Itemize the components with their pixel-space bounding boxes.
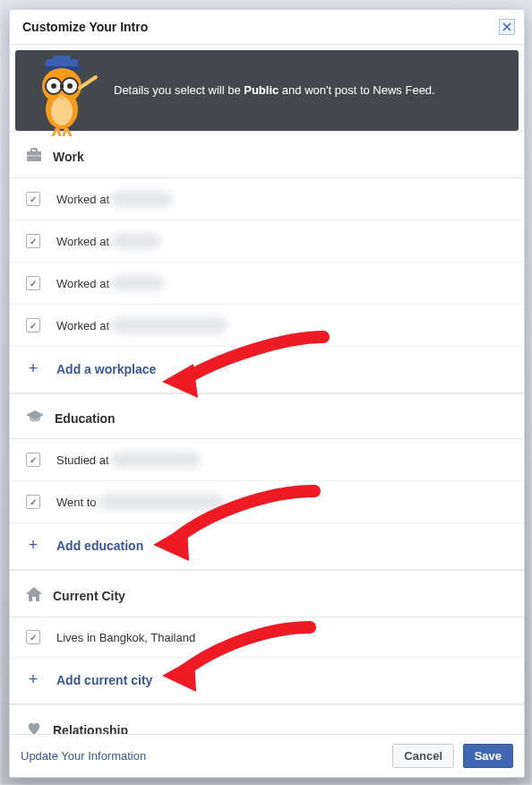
dialog-title: Customize Your Intro bbox=[22, 20, 148, 34]
plus-icon: + bbox=[26, 536, 40, 555]
owl-icon bbox=[26, 56, 101, 136]
section-header-current-city: Current City bbox=[10, 570, 524, 617]
add-workplace-link[interactable]: + Add a workplace bbox=[10, 347, 524, 393]
work-item[interactable]: Worked at bbox=[10, 305, 524, 347]
checkbox[interactable] bbox=[26, 630, 40, 644]
checkbox[interactable] bbox=[26, 495, 40, 509]
update-info-link[interactable]: Update Your Information bbox=[21, 749, 146, 763]
work-item[interactable]: Worked at bbox=[10, 220, 524, 263]
footer-buttons: Cancel Save bbox=[387, 744, 513, 768]
item-label: Worked at bbox=[56, 235, 109, 248]
svg-rect-1 bbox=[53, 56, 71, 63]
item-label: Lives in Bangkok, Thailand bbox=[56, 631, 195, 644]
plus-icon: + bbox=[26, 359, 40, 378]
cancel-button[interactable]: Cancel bbox=[392, 744, 454, 768]
svg-point-5 bbox=[51, 97, 73, 125]
item-label: Worked at bbox=[56, 277, 109, 290]
city-item[interactable]: Lives in Bangkok, Thailand bbox=[10, 617, 524, 658]
plus-icon: + bbox=[26, 670, 40, 689]
checkbox[interactable] bbox=[26, 276, 40, 290]
close-icon bbox=[502, 22, 511, 31]
svg-point-8 bbox=[51, 83, 56, 89]
save-button[interactable]: Save bbox=[463, 744, 513, 768]
svg-rect-12 bbox=[31, 149, 37, 152]
item-label: Went to bbox=[56, 496, 97, 509]
item-label: Studied at bbox=[56, 453, 109, 467]
section-header-relationship: Relationship bbox=[10, 704, 524, 734]
education-item[interactable]: Went to bbox=[10, 481, 524, 523]
redacted-text bbox=[111, 275, 165, 291]
education-item[interactable]: Studied at bbox=[10, 439, 524, 481]
briefcase-icon bbox=[26, 148, 42, 165]
dialog-header: Customize Your Intro bbox=[10, 10, 524, 45]
section-title: Relationship bbox=[53, 723, 128, 735]
checkbox[interactable] bbox=[26, 453, 40, 467]
redacted-text bbox=[111, 233, 160, 249]
checkbox[interactable] bbox=[26, 318, 40, 332]
section-title: Current City bbox=[53, 589, 125, 603]
graduation-cap-icon bbox=[26, 410, 44, 426]
dialog-body[interactable]: Details you select will be Public and wo… bbox=[10, 45, 524, 734]
section-title: Work bbox=[53, 150, 84, 164]
section-header-work: Work bbox=[10, 131, 524, 178]
svg-rect-13 bbox=[27, 155, 41, 157]
add-education-link[interactable]: + Add education bbox=[10, 523, 524, 570]
section-title: Education bbox=[55, 411, 116, 426]
info-banner: Details you select will be Public and wo… bbox=[15, 50, 519, 131]
redacted-text bbox=[111, 317, 227, 333]
heart-icon bbox=[26, 721, 42, 734]
close-button[interactable] bbox=[499, 19, 515, 35]
add-label: Add a workplace bbox=[56, 362, 156, 376]
redacted-text bbox=[99, 494, 224, 510]
add-label: Add education bbox=[56, 539, 143, 553]
redacted-text bbox=[111, 452, 201, 468]
checkbox[interactable] bbox=[26, 234, 40, 248]
dialog-footer: Update Your Information Cancel Save bbox=[10, 734, 524, 777]
customize-intro-dialog: Customize Your Intro bbox=[9, 9, 525, 778]
redacted-text bbox=[111, 191, 174, 207]
add-current-city-link[interactable]: + Add current city bbox=[10, 658, 524, 704]
work-item[interactable]: Worked at bbox=[10, 263, 524, 305]
add-label: Add current city bbox=[56, 673, 152, 687]
work-item[interactable]: Worked at bbox=[10, 178, 524, 220]
home-icon bbox=[26, 587, 42, 604]
item-label: Worked at bbox=[56, 193, 109, 206]
svg-rect-10 bbox=[60, 84, 64, 88]
banner-text: Details you select will be Public and wo… bbox=[114, 82, 435, 99]
svg-point-9 bbox=[67, 83, 73, 89]
item-label: Worked at bbox=[56, 319, 109, 332]
checkbox[interactable] bbox=[26, 192, 40, 206]
section-header-education: Education bbox=[10, 393, 524, 439]
